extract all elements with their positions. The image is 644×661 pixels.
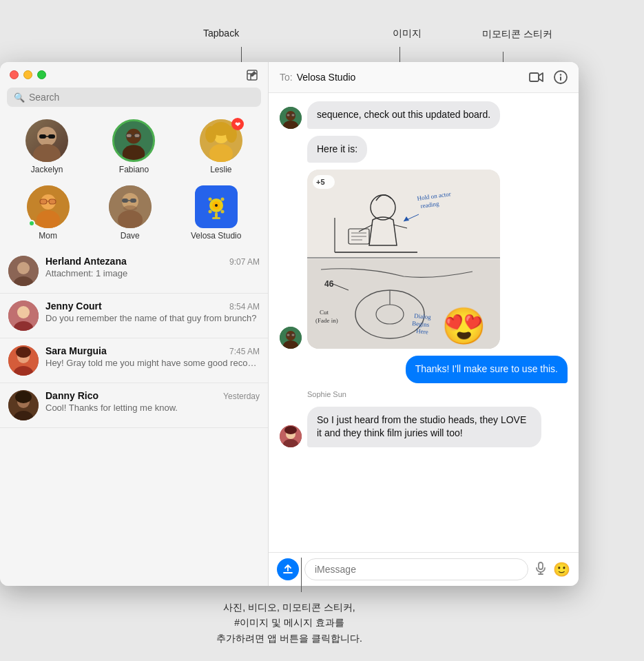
svg-point-34 [215,204,218,207]
memoji-annotation: 미모티콘 스티커 [482,28,552,40]
conversation-list: Herland Antezana 9:07 AM Attachment: 1 i… [0,249,268,586]
bottom-text-line3: 추가하려면 앱 버튼을 클릭합니다. [216,633,362,644]
svg-rect-70 [307,170,500,258]
avatar-velosa [195,185,238,228]
search-input[interactable] [29,92,254,103]
contact-velosa-studio[interactable]: Velosa Studio [191,185,241,241]
contact-leslie-name: Leslie [210,165,231,174]
msg-avatar-fabiano-3 [280,327,302,349]
bubble-5: So I just heard from the studio heads, t… [307,407,541,447]
svg-rect-28 [122,199,128,203]
svg-rect-10 [127,134,132,137]
msg-avatar-fabiano-1 [280,107,302,129]
svg-point-18 [211,122,231,136]
svg-text:+5: +5 [316,178,325,186]
avatar-fabiano [112,119,155,162]
svg-point-31 [123,205,137,211]
conv-time-herland: 9:07 AM [229,257,260,267]
svg-point-36 [220,198,224,201]
storyboard-image-message: Hold on actor reading +5 [307,170,500,349]
conv-name-jenny: Jenny Court [45,301,102,312]
avatar-herland [8,256,39,286]
svg-rect-68 [291,334,295,336]
conv-name-sara: Sara Murguia [45,345,107,356]
chat-messages: sequence, check out this updated board. … [269,93,579,552]
message-row-4: Thanks! I'll make sure to use this. [280,356,568,383]
svg-rect-29 [130,199,136,203]
minimize-button[interactable] [23,70,32,79]
svg-rect-103 [539,562,543,569]
conv-content-herland: Herland Antezana 9:07 AM Attachment: 1 i… [45,256,260,278]
conv-content-sara: Sara Murguia 7:45 AM Hey! Gray told me y… [45,345,260,368]
video-call-button[interactable] [529,71,544,83]
svg-text:Here: Here [416,327,428,335]
info-button[interactable] [554,70,568,84]
close-button[interactable] [10,70,19,79]
svg-rect-67 [287,334,290,336]
svg-rect-39 [215,212,218,218]
svg-point-35 [208,198,211,201]
online-dot-mom [28,220,35,227]
contact-mom[interactable]: Mom [27,185,70,241]
svg-point-38 [220,210,224,214]
conv-item-danny[interactable]: Danny Rico Yesterday Cool! Thanks for le… [0,383,268,428]
svg-point-50 [16,347,31,358]
conv-item-jenny[interactable]: Jenny Court 8:54 AM Do you remember the … [0,294,268,338]
contact-dave-name: Dave [121,231,140,241]
titlebar [0,62,268,85]
svg-rect-4 [39,134,46,139]
svg-rect-55 [530,73,539,81]
contact-dave[interactable]: Dave [109,185,152,241]
svg-rect-58 [560,77,561,81]
conv-time-danny: Yesterday [223,391,260,401]
contact-jackelyn[interactable]: Jackelyn [25,119,68,174]
conv-name-herland: Herland Antezana [45,256,127,267]
emoji-button[interactable]: 🙂 [553,561,570,578]
contact-fabiano-name: Fabiano [119,165,149,174]
svg-rect-5 [48,134,55,139]
storyboard-container: Hold on actor reading +5 [307,170,500,349]
search-bar[interactable]: 🔍 [7,88,261,107]
message-row-1: sequence, check out this updated board. [280,101,568,129]
svg-point-45 [17,306,30,318]
search-icon: 🔍 [14,92,25,103]
audio-button[interactable] [534,561,548,578]
contact-leslie[interactable]: ❤ Leslie [200,119,242,174]
conv-content-danny: Danny Rico Yesterday Cool! Thanks for le… [45,390,260,413]
zoom-button[interactable] [37,70,46,79]
svg-text:😍: 😍 [442,305,486,347]
chat-recipient-name: Velosa Studio [297,72,529,83]
app-store-button[interactable] [277,558,299,580]
avatar-dave [109,185,152,228]
avatar-danny [8,390,39,420]
compose-button[interactable] [246,69,258,85]
svg-rect-62 [287,114,290,116]
heart-badge-leslie: ❤ [231,118,244,130]
svg-text:Cut: Cut [320,309,329,316]
svg-point-57 [560,74,561,75]
conv-time-jenny: 8:54 AM [229,302,260,312]
avatar-jenny [8,301,39,331]
conv-preview-jenny: Do you remember the name of that guy fro… [45,313,260,323]
contact-fabiano[interactable]: Fabiano [112,119,155,174]
svg-point-9 [123,145,145,162]
avatar-sara [8,345,39,376]
svg-text:(Fade in): (Fade in) [315,317,338,324]
conv-item-sara[interactable]: Sara Murguia 7:45 AM Hey! Gray told me y… [0,338,268,383]
svg-point-42 [17,262,30,274]
header-icons [529,70,568,84]
svg-rect-3 [25,119,68,162]
bubble-2: Here it is: [307,136,367,163]
bottom-text-line2: #이미지 및 메시지 효과를 [234,617,344,628]
bottom-annotation: 사진, 비디오, 미모티콘 스티커, #이미지 및 메시지 효과를 추가하려면 … [0,600,579,646]
storyboard-svg: Hold on actor reading +5 [307,170,500,349]
msg-avatar-sophie [280,425,302,447]
bubble-4: Thanks! I'll make sure to use this. [406,356,568,383]
contact-velosa-name: Velosa Studio [191,231,241,241]
contact-jackelyn-name: Jackelyn [31,165,63,174]
tapback-annotation: Tapback [203,28,239,39]
conv-item-herland[interactable]: Herland Antezana 9:07 AM Attachment: 1 i… [0,249,268,294]
chat-header: To: Velosa Studio [269,62,579,93]
message-input[interactable] [304,558,528,580]
app-button-annotation-line [301,558,302,592]
